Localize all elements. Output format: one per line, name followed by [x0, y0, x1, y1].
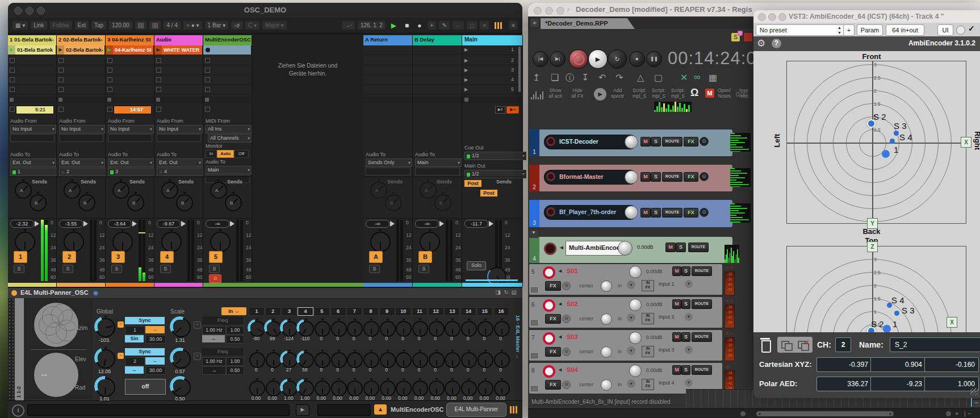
transport-left-4[interactable]: Tap	[91, 21, 106, 30]
in-fx-badge[interactable]: INFX	[642, 379, 654, 390]
grid-knob-r1-c12[interactable]	[429, 321, 445, 337]
grid-knob-r3-c2[interactable]	[266, 381, 282, 396]
grid-knob-r1-c4[interactable]	[298, 321, 314, 337]
track-5[interactable]: 5◄S010.00dBMSROUTEFX⊙centerin▼INFXInput …	[529, 264, 722, 295]
stop-button[interactable]: ■	[629, 51, 645, 67]
volume-knob[interactable]	[629, 365, 642, 377]
speaker-icon[interactable]: ◄	[558, 334, 563, 340]
device-chain-scrollbar[interactable]	[8, 298, 14, 400]
empty-clip-slot[interactable]	[203, 85, 251, 94]
volume-value[interactable]: -∞	[366, 220, 390, 228]
input-dropdown-icon[interactable]: ▼	[685, 280, 693, 288]
toolbar-icon-4[interactable]: ↶	[598, 72, 606, 83]
clip-slot-playing[interactable]: ▶01-Bela Bartok	[8, 45, 56, 55]
grid-value-r2-c5[interactable]: 0	[312, 367, 330, 373]
monitor-auto-button[interactable]: Auto	[217, 150, 234, 158]
video-icon[interactable]: ▶	[594, 88, 606, 101]
cue-out-select[interactable]: 1/2▾	[464, 152, 526, 160]
volume-value[interactable]: -∞	[415, 220, 439, 228]
volume-knob[interactable]	[629, 299, 642, 311]
track-activator[interactable]: 3	[111, 251, 125, 263]
toolbar-label-4[interactable]: Script: mpl_S	[652, 88, 665, 99]
send-b-knob[interactable]: B	[385, 194, 402, 211]
timecode-display[interactable]: 00:14:24:00	[668, 48, 767, 69]
track-activator[interactable]: B	[418, 251, 432, 263]
transport-left-13[interactable]: Major ▾	[262, 21, 287, 30]
track-7[interactable]: 7◄S030.00dBMSROUTEFX⊙centerin▼INFXInput …	[529, 330, 722, 361]
grid-value-r2-c10[interactable]: 0	[393, 367, 412, 373]
empty-clip-slot[interactable]	[203, 56, 251, 65]
scene-play-icon[interactable]: ▶	[464, 47, 468, 52]
send-a-knob[interactable]: A	[210, 182, 227, 199]
toolbar-icon-0[interactable]: ↥	[533, 72, 540, 83]
empty-clip-slot[interactable]	[8, 66, 56, 75]
mute-button[interactable]: M	[672, 266, 681, 276]
x-axis-box-2[interactable]: X	[947, 317, 957, 328]
transport-left-11[interactable]: ♭♯	[231, 21, 242, 30]
input-select[interactable]: No Input▾	[157, 125, 203, 133]
speaker-icon[interactable]: ◄	[559, 244, 564, 250]
route-button[interactable]: ROUTE	[692, 332, 712, 342]
record-arm-button[interactable]	[546, 207, 555, 216]
ui-button[interactable]: UI	[937, 24, 953, 36]
transport-left-10[interactable]: 1 Bar ▾	[205, 21, 229, 30]
sync-button[interactable]: Sync	[125, 348, 165, 356]
track-name[interactable]: S02	[567, 300, 578, 307]
grid-knob-r3-c3[interactable]	[282, 381, 298, 396]
scene-slot[interactable]: ▶3	[462, 66, 522, 75]
transport-right-4[interactable]: ●	[414, 20, 424, 31]
channel-tab-13[interactable]: 13	[444, 307, 460, 316]
freq-mult-box[interactable]: 1.00	[226, 326, 244, 335]
grid-value-r2-c1[interactable]: 0	[247, 367, 265, 373]
toolbar-label-2[interactable]: Add spectr	[611, 88, 624, 99]
grid-knob-r3-c16[interactable]	[494, 381, 510, 396]
meter-bars-icon[interactable]	[510, 406, 517, 416]
transport-left-3[interactable]: Ext	[75, 21, 89, 30]
input-channel-box[interactable]	[59, 134, 103, 142]
send-a-knob[interactable]: A	[420, 182, 437, 199]
track-number-tab[interactable]: 1	[529, 129, 539, 156]
grid-value-r1-c7[interactable]: 0	[345, 336, 363, 341]
send-b-knob[interactable]: B	[30, 194, 47, 211]
source-dot-S3[interactable]	[894, 131, 899, 136]
rate-box[interactable]: 1	[125, 326, 145, 335]
empty-clip-slot[interactable]	[8, 76, 56, 85]
amount-box[interactable]: 30.00	[145, 366, 166, 375]
mode-button[interactable]: Sin	[125, 335, 144, 342]
record-arm-button[interactable]	[543, 266, 555, 279]
grid-value-r1-c11[interactable]: 0	[410, 336, 428, 341]
track-header[interactable]: MultiEncoderOSC	[203, 35, 252, 45]
zoom-icon[interactable]	[37, 7, 45, 15]
send-a-knob[interactable]: A	[112, 182, 129, 199]
input-select[interactable]: No Input▾	[10, 125, 56, 133]
device-header[interactable]: E4L Multi-Panner_OSC ◉ ◨ ↻ ▤	[8, 288, 522, 299]
midi-channel-select[interactable]: All Channels▾	[208, 134, 252, 143]
param-button[interactable]: Param	[857, 24, 883, 36]
clip-stop-row[interactable]	[57, 97, 104, 103]
scene-play-icon[interactable]: ▶	[464, 58, 468, 63]
track-number-tab[interactable]: 3	[529, 200, 539, 227]
pan-knob[interactable]	[15, 232, 35, 252]
grid-knob-r1-c6[interactable]	[331, 321, 347, 337]
channel-tab-14[interactable]: 14	[460, 307, 476, 316]
channel-tab-16[interactable]: 16	[493, 307, 509, 316]
track-name[interactable]: S03	[567, 333, 578, 340]
monitor-in-button[interactable]: In	[206, 150, 217, 158]
track-name-pill[interactable]	[541, 364, 643, 377]
monitor-dropdown-icon[interactable]: ▼	[627, 346, 635, 355]
record-arm-button[interactable]	[543, 332, 555, 345]
polar-elevation[interactable]: -9.23	[870, 377, 926, 391]
gear-icon[interactable]: ⚙	[757, 37, 765, 49]
grid-value-r1-c8[interactable]: 0	[361, 336, 379, 341]
grid-knob-r3-c14[interactable]	[461, 381, 477, 396]
track-header[interactable]: 1 01-Bela Bartok-	[8, 35, 56, 45]
empty-clip-slot[interactable]	[154, 76, 202, 85]
transport-left-2[interactable]: Follow	[50, 21, 72, 30]
grid-value-r2-c14[interactable]: 0	[459, 367, 477, 373]
channel-tab-1[interactable]: 1	[249, 307, 265, 316]
x-axis-box[interactable]: X	[961, 137, 971, 148]
mute-button[interactable]: M	[640, 137, 651, 147]
channel-tab-10[interactable]: 10	[395, 307, 411, 316]
grid-knob-r2-c6[interactable]	[331, 352, 347, 368]
empty-clip-slot[interactable]	[154, 85, 202, 94]
